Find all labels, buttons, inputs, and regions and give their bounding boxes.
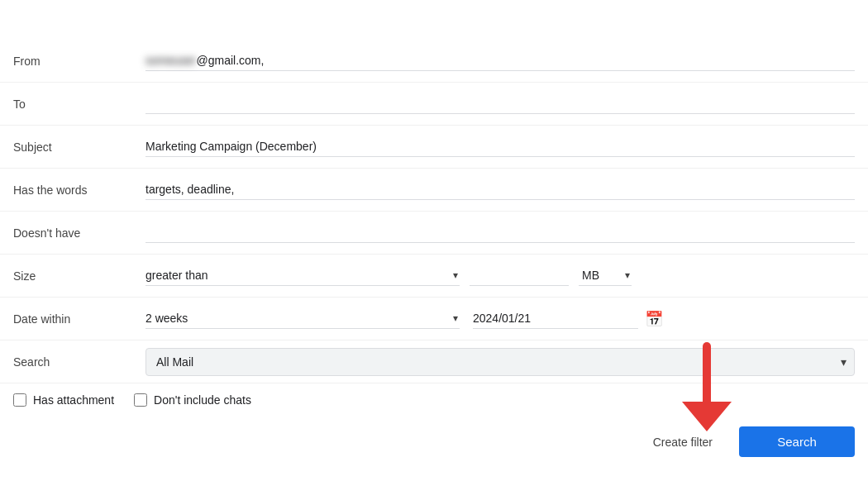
mb-select-wrapper: MB KB Bytes ▾	[579, 265, 632, 286]
doesnt-have-field-area	[145, 222, 855, 243]
size-select-wrapper: greater than less than ▾	[145, 265, 460, 286]
doesnt-have-input[interactable]	[145, 222, 855, 243]
subject-field-area	[145, 136, 855, 157]
search-select[interactable]: All Mail Inbox Sent Mail Drafts Spam Tra…	[145, 348, 855, 376]
from-line: someuser@gmail.com,	[145, 50, 855, 71]
size-label: Size	[13, 269, 145, 283]
search-button[interactable]: Search	[739, 426, 855, 457]
has-attachment-checkbox-label[interactable]: Has attachment	[13, 393, 114, 407]
date-input[interactable]	[473, 308, 638, 329]
to-row: To	[0, 83, 868, 126]
doesnt-have-label: Doesn't have	[13, 226, 145, 240]
size-value-input[interactable]	[470, 265, 569, 286]
to-field-area	[145, 93, 855, 114]
has-attachment-checkbox[interactable]	[13, 393, 26, 407]
subject-input[interactable]	[145, 136, 855, 157]
mb-select[interactable]: MB KB Bytes	[579, 265, 632, 285]
date-row: Date within 1 day 3 days 1 week 2 weeks …	[0, 298, 868, 340]
doesnt-have-row: Doesn't have	[0, 212, 868, 255]
date-field-area: 1 day 3 days 1 week 2 weeks 1 month 2 mo…	[145, 308, 855, 329]
has-words-row: Has the words	[0, 169, 868, 212]
from-field-area: someuser@gmail.com,	[145, 50, 855, 71]
subject-row: Subject	[0, 126, 868, 169]
date-label: Date within	[13, 312, 145, 326]
size-field-area: greater than less than ▾ MB KB Bytes ▾	[145, 265, 855, 286]
create-filter-button[interactable]: Create filter	[640, 429, 726, 455]
search-dialog: From someuser@gmail.com, To Subject Has …	[0, 33, 868, 467]
dont-include-chats-label: Don't include chats	[154, 393, 251, 407]
footer-row: Create filter Search	[0, 417, 868, 467]
subject-label: Subject	[13, 140, 145, 154]
checkboxes-row: Has attachment Don't include chats	[0, 383, 868, 417]
calendar-icon[interactable]: 📅	[645, 310, 663, 328]
to-input[interactable]	[145, 93, 855, 114]
dont-include-chats-checkbox[interactable]	[134, 393, 147, 407]
from-blurred: someuser	[145, 54, 196, 67]
search-label: Search	[13, 355, 145, 369]
dont-include-chats-checkbox-label[interactable]: Don't include chats	[134, 393, 251, 407]
from-label: From	[13, 55, 145, 68]
has-attachment-label: Has attachment	[33, 393, 114, 407]
has-words-label: Has the words	[13, 183, 145, 197]
has-words-input[interactable]	[145, 179, 855, 200]
has-words-field-area	[145, 179, 855, 200]
date-select[interactable]: 1 day 3 days 1 week 2 weeks 1 month 2 mo…	[145, 308, 460, 328]
size-select[interactable]: greater than less than	[145, 265, 460, 285]
search-row: Search All Mail Inbox Sent Mail Drafts S…	[0, 340, 868, 383]
from-suffix: @gmail.com,	[196, 54, 264, 67]
search-select-wrapper: All Mail Inbox Sent Mail Drafts Spam Tra…	[145, 348, 855, 376]
search-field-area: All Mail Inbox Sent Mail Drafts Spam Tra…	[145, 348, 855, 376]
from-row: From someuser@gmail.com,	[0, 40, 868, 83]
date-select-wrapper: 1 day 3 days 1 week 2 weeks 1 month 2 mo…	[145, 308, 460, 329]
to-label: To	[13, 98, 145, 111]
size-row: Size greater than less than ▾ MB KB Byte…	[0, 255, 868, 298]
